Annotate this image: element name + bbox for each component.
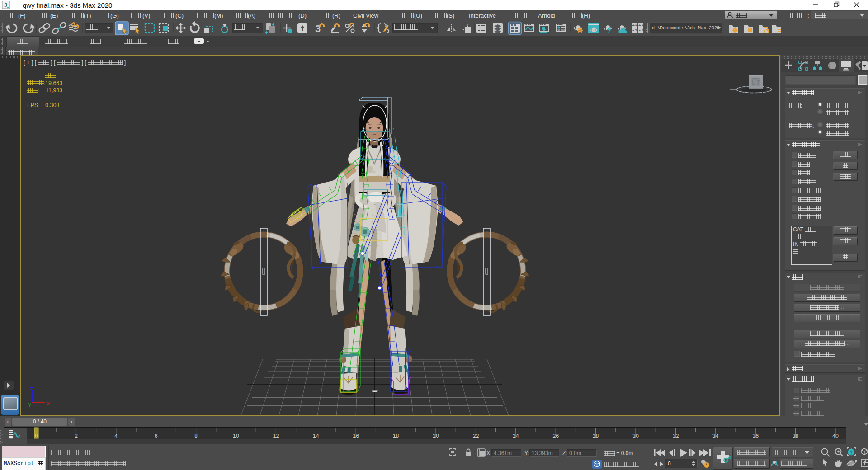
svg-text:18: 18	[393, 433, 399, 439]
svg-text:z: z	[30, 385, 33, 392]
svg-text:30: 30	[632, 433, 639, 439]
svg-text:20: 20	[433, 433, 439, 439]
svg-text:8: 8	[194, 433, 198, 439]
svg-text:26: 26	[552, 433, 559, 439]
svg-text:24: 24	[513, 433, 519, 439]
svg-text:4: 4	[114, 433, 118, 439]
svg-text:x: x	[47, 400, 50, 407]
svg-text:12: 12	[273, 433, 279, 439]
svg-text:32: 32	[672, 433, 679, 439]
svg-text:d:\Documents\3ds Max 2020: d:\Documents\3ds Max 2020	[652, 26, 720, 31]
svg-text:34: 34	[712, 433, 719, 439]
svg-text:16: 16	[353, 433, 359, 439]
svg-text:22: 22	[472, 433, 479, 439]
svg-text:28: 28	[593, 433, 599, 439]
svg-text:14: 14	[313, 433, 319, 439]
svg-text:y: y	[28, 401, 32, 408]
svg-text:2: 2	[75, 433, 78, 439]
svg-text:10: 10	[233, 433, 239, 439]
svg-text:36: 36	[752, 433, 759, 439]
svg-text:0: 0	[35, 433, 38, 438]
svg-text:38: 38	[793, 433, 799, 439]
svg-text:40: 40	[832, 433, 839, 439]
svg-text:6: 6	[155, 433, 158, 439]
